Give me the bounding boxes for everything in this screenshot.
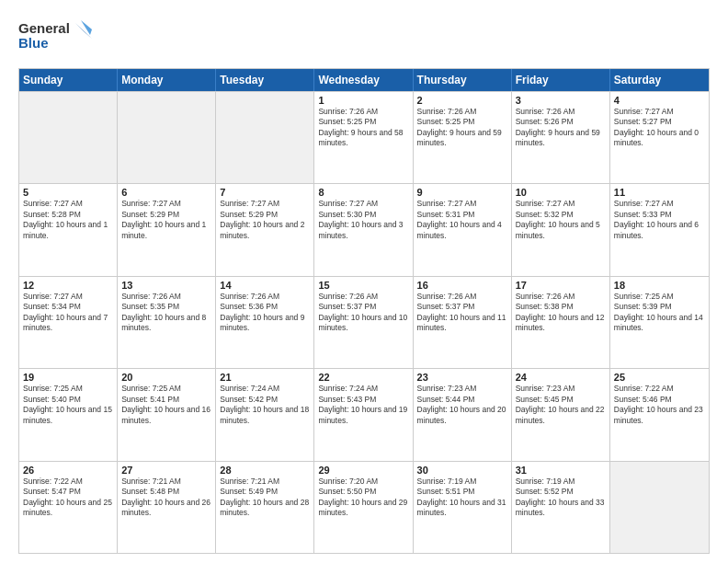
cell-day-number: 3 xyxy=(516,95,606,106)
calendar-cell: 16Sunrise: 7:26 AM Sunset: 5:37 PM Dayli… xyxy=(414,277,512,368)
calendar-cell: 26Sunrise: 7:22 AM Sunset: 5:47 PM Dayli… xyxy=(19,462,118,553)
calendar-cell: 21Sunrise: 7:24 AM Sunset: 5:42 PM Dayli… xyxy=(216,369,314,460)
calendar-cell: 12Sunrise: 7:27 AM Sunset: 5:34 PM Dayli… xyxy=(19,277,118,368)
cell-info: Sunrise: 7:24 AM Sunset: 5:42 PM Dayligh… xyxy=(220,384,310,426)
cell-day-number: 22 xyxy=(318,372,408,383)
calendar-row-0: 1Sunrise: 7:26 AM Sunset: 5:25 PM Daylig… xyxy=(19,91,709,183)
cell-info: Sunrise: 7:26 AM Sunset: 5:37 PM Dayligh… xyxy=(417,292,507,334)
cell-day-number: 26 xyxy=(23,465,113,476)
cell-day-number: 8 xyxy=(318,187,408,198)
calendar-cell: 13Sunrise: 7:26 AM Sunset: 5:35 PM Dayli… xyxy=(118,277,216,368)
cell-info: Sunrise: 7:27 AM Sunset: 5:29 PM Dayligh… xyxy=(121,199,211,241)
cell-day-number: 31 xyxy=(516,465,606,476)
page: GeneralBlue SundayMondayTuesdayWednesday… xyxy=(0,0,728,563)
cell-info: Sunrise: 7:19 AM Sunset: 5:52 PM Dayligh… xyxy=(516,477,606,519)
calendar-cell: 4Sunrise: 7:27 AM Sunset: 5:27 PM Daylig… xyxy=(610,92,709,183)
calendar-cell xyxy=(118,92,216,183)
logo: GeneralBlue xyxy=(18,18,101,59)
cell-day-number: 2 xyxy=(417,95,507,106)
calendar-body: 1Sunrise: 7:26 AM Sunset: 5:25 PM Daylig… xyxy=(19,91,709,553)
cell-day-number: 11 xyxy=(614,187,705,198)
cell-info: Sunrise: 7:19 AM Sunset: 5:51 PM Dayligh… xyxy=(417,477,507,519)
calendar-cell xyxy=(19,92,118,183)
cell-day-number: 16 xyxy=(417,280,507,291)
cell-day-number: 4 xyxy=(614,95,705,106)
header: GeneralBlue xyxy=(18,18,710,59)
cell-day-number: 18 xyxy=(614,280,705,291)
cell-info: Sunrise: 7:22 AM Sunset: 5:46 PM Dayligh… xyxy=(614,384,705,426)
calendar-cell: 24Sunrise: 7:23 AM Sunset: 5:45 PM Dayli… xyxy=(512,369,610,460)
calendar-row-1: 5Sunrise: 7:27 AM Sunset: 5:28 PM Daylig… xyxy=(19,183,709,275)
cell-info: Sunrise: 7:27 AM Sunset: 5:29 PM Dayligh… xyxy=(220,199,310,241)
calendar-cell: 25Sunrise: 7:22 AM Sunset: 5:46 PM Dayli… xyxy=(610,369,709,460)
weekday-header-thursday: Thursday xyxy=(414,69,512,91)
calendar-cell: 5Sunrise: 7:27 AM Sunset: 5:28 PM Daylig… xyxy=(19,184,118,275)
calendar-cell: 15Sunrise: 7:26 AM Sunset: 5:37 PM Dayli… xyxy=(314,277,413,368)
calendar-cell: 23Sunrise: 7:23 AM Sunset: 5:44 PM Dayli… xyxy=(414,369,512,460)
cell-day-number: 20 xyxy=(121,372,211,383)
svg-text:Blue: Blue xyxy=(18,35,49,51)
cell-info: Sunrise: 7:27 AM Sunset: 5:28 PM Dayligh… xyxy=(23,199,113,241)
weekday-header-tuesday: Tuesday xyxy=(216,69,314,91)
calendar-cell: 9Sunrise: 7:27 AM Sunset: 5:31 PM Daylig… xyxy=(414,184,512,275)
cell-info: Sunrise: 7:23 AM Sunset: 5:45 PM Dayligh… xyxy=(516,384,606,426)
cell-day-number: 15 xyxy=(318,280,408,291)
calendar-cell: 2Sunrise: 7:26 AM Sunset: 5:25 PM Daylig… xyxy=(414,92,512,183)
calendar-cell: 29Sunrise: 7:20 AM Sunset: 5:50 PM Dayli… xyxy=(314,462,413,553)
cell-info: Sunrise: 7:27 AM Sunset: 5:30 PM Dayligh… xyxy=(318,199,408,241)
weekday-header-wednesday: Wednesday xyxy=(314,69,413,91)
cell-info: Sunrise: 7:26 AM Sunset: 5:38 PM Dayligh… xyxy=(516,292,606,334)
cell-info: Sunrise: 7:27 AM Sunset: 5:31 PM Dayligh… xyxy=(417,199,507,241)
cell-info: Sunrise: 7:27 AM Sunset: 5:27 PM Dayligh… xyxy=(614,107,705,149)
cell-info: Sunrise: 7:26 AM Sunset: 5:35 PM Dayligh… xyxy=(121,292,211,334)
cell-info: Sunrise: 7:24 AM Sunset: 5:43 PM Dayligh… xyxy=(318,384,408,426)
calendar-cell: 22Sunrise: 7:24 AM Sunset: 5:43 PM Dayli… xyxy=(314,369,413,460)
cell-day-number: 14 xyxy=(220,280,310,291)
calendar-cell: 1Sunrise: 7:26 AM Sunset: 5:25 PM Daylig… xyxy=(314,92,413,183)
cell-info: Sunrise: 7:26 AM Sunset: 5:25 PM Dayligh… xyxy=(417,107,507,149)
cell-info: Sunrise: 7:26 AM Sunset: 5:37 PM Dayligh… xyxy=(318,292,408,334)
calendar-cell: 28Sunrise: 7:21 AM Sunset: 5:49 PM Dayli… xyxy=(216,462,314,553)
cell-day-number: 12 xyxy=(23,280,113,291)
calendar-cell: 31Sunrise: 7:19 AM Sunset: 5:52 PM Dayli… xyxy=(512,462,610,553)
cell-info: Sunrise: 7:26 AM Sunset: 5:25 PM Dayligh… xyxy=(318,107,408,149)
calendar-row-4: 26Sunrise: 7:22 AM Sunset: 5:47 PM Dayli… xyxy=(19,461,709,553)
calendar-row-3: 19Sunrise: 7:25 AM Sunset: 5:40 PM Dayli… xyxy=(19,368,709,460)
calendar-cell: 8Sunrise: 7:27 AM Sunset: 5:30 PM Daylig… xyxy=(314,184,413,275)
cell-day-number: 13 xyxy=(121,280,211,291)
calendar-cell: 14Sunrise: 7:26 AM Sunset: 5:36 PM Dayli… xyxy=(216,277,314,368)
cell-day-number: 25 xyxy=(614,372,705,383)
cell-day-number: 6 xyxy=(121,187,211,198)
cell-day-number: 30 xyxy=(417,465,507,476)
calendar-cell: 3Sunrise: 7:26 AM Sunset: 5:26 PM Daylig… xyxy=(512,92,610,183)
calendar-cell: 10Sunrise: 7:27 AM Sunset: 5:32 PM Dayli… xyxy=(512,184,610,275)
cell-info: Sunrise: 7:25 AM Sunset: 5:40 PM Dayligh… xyxy=(23,384,113,426)
cell-info: Sunrise: 7:26 AM Sunset: 5:26 PM Dayligh… xyxy=(516,107,606,149)
cell-day-number: 17 xyxy=(516,280,606,291)
cell-info: Sunrise: 7:26 AM Sunset: 5:36 PM Dayligh… xyxy=(220,292,310,334)
cell-day-number: 27 xyxy=(121,465,211,476)
cell-day-number: 1 xyxy=(318,95,408,106)
weekday-header-monday: Monday xyxy=(118,69,216,91)
calendar-cell: 19Sunrise: 7:25 AM Sunset: 5:40 PM Dayli… xyxy=(19,369,118,460)
calendar-cell: 6Sunrise: 7:27 AM Sunset: 5:29 PM Daylig… xyxy=(118,184,216,275)
cell-info: Sunrise: 7:25 AM Sunset: 5:39 PM Dayligh… xyxy=(614,292,705,334)
cell-day-number: 10 xyxy=(516,187,606,198)
calendar-cell: 17Sunrise: 7:26 AM Sunset: 5:38 PM Dayli… xyxy=(512,277,610,368)
weekday-header-saturday: Saturday xyxy=(610,69,709,91)
calendar-cell: 30Sunrise: 7:19 AM Sunset: 5:51 PM Dayli… xyxy=(414,462,512,553)
calendar-cell: 27Sunrise: 7:21 AM Sunset: 5:48 PM Dayli… xyxy=(118,462,216,553)
cell-day-number: 24 xyxy=(516,372,606,383)
calendar-header: SundayMondayTuesdayWednesdayThursdayFrid… xyxy=(19,69,709,91)
weekday-header-friday: Friday xyxy=(512,69,610,91)
cell-info: Sunrise: 7:27 AM Sunset: 5:34 PM Dayligh… xyxy=(23,292,113,334)
calendar-cell: 18Sunrise: 7:25 AM Sunset: 5:39 PM Dayli… xyxy=(610,277,709,368)
cell-info: Sunrise: 7:21 AM Sunset: 5:48 PM Dayligh… xyxy=(121,477,211,519)
cell-info: Sunrise: 7:25 AM Sunset: 5:41 PM Dayligh… xyxy=(121,384,211,426)
calendar-cell: 20Sunrise: 7:25 AM Sunset: 5:41 PM Dayli… xyxy=(118,369,216,460)
cell-info: Sunrise: 7:23 AM Sunset: 5:44 PM Dayligh… xyxy=(417,384,507,426)
calendar-cell xyxy=(216,92,314,183)
logo-svg: GeneralBlue xyxy=(18,18,101,59)
cell-day-number: 7 xyxy=(220,187,310,198)
cell-day-number: 9 xyxy=(417,187,507,198)
